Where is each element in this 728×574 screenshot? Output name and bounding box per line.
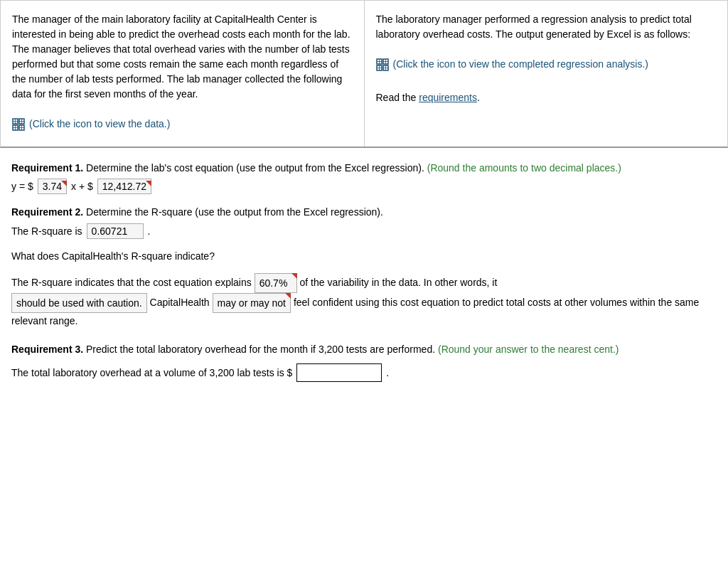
requirement-2-block: Requirement 2. Determine the R-square (u… bbox=[11, 206, 717, 329]
req3-title: Requirement 3. bbox=[11, 344, 83, 355]
req3-text: Predict the total laboratory overhead fo… bbox=[83, 344, 435, 355]
rsquare-exp-mid: of the variability in the data. In other… bbox=[297, 276, 498, 287]
rsquare-exp-post1: CapitalHealth bbox=[147, 297, 213, 308]
maymay-value[interactable]: may or may not bbox=[213, 293, 291, 313]
req3-round-note: (Round your answer to the nearest cent.) bbox=[438, 344, 619, 355]
req1-heading: Requirement 1. Determine the lab's cost … bbox=[11, 162, 717, 174]
intro-right-paragraph: The laboratory manager performed a regre… bbox=[376, 12, 717, 42]
rsquare-period: . bbox=[148, 225, 151, 237]
read-requirements-prefix: Read the bbox=[376, 92, 419, 103]
req2-title: Requirement 2. bbox=[11, 206, 83, 218]
intro-left-panel: The manager of the main laboratory facil… bbox=[1, 1, 365, 147]
percent-wrapper: 60.7% bbox=[255, 273, 297, 293]
caution-value[interactable]: should be used with caution. bbox=[11, 293, 147, 313]
req1-text: Determine the lab's cost equation (use t… bbox=[83, 162, 424, 174]
req3-heading: Requirement 3. Predict the total laborat… bbox=[11, 344, 717, 355]
view-data-text: (Click the icon to view the data.) bbox=[29, 117, 170, 132]
req2-heading: Requirement 2. Determine the R-square (u… bbox=[11, 206, 717, 218]
regression-icon-row: (Click the icon to view the completed re… bbox=[376, 57, 717, 75]
grid-icon-right bbox=[376, 58, 389, 71]
answer-row: The total laboratory overhead at a volum… bbox=[11, 363, 717, 382]
req2-text: Determine the R-square (use the output f… bbox=[83, 206, 383, 218]
intro-right-panel: The laboratory manager performed a regre… bbox=[365, 1, 728, 147]
rsquare-explanation: The R-square indicates that the cost equ… bbox=[11, 273, 717, 329]
flag1-icon bbox=[61, 181, 67, 186]
view-regression-link[interactable]: (Click the icon to view the completed re… bbox=[376, 57, 649, 72]
equation-prefix: y = $ bbox=[11, 181, 33, 192]
rsquare-question: What does CapitalHealth's R-square indic… bbox=[11, 250, 717, 262]
flag2-icon bbox=[146, 181, 151, 186]
grid-icon-left bbox=[12, 118, 25, 131]
rsquare-exp-pre: The R-square indicates that the cost equ… bbox=[11, 276, 255, 287]
req1-round-note: (Round the amounts to two decimal places… bbox=[424, 162, 621, 174]
read-requirements-row: Read the requirements. bbox=[376, 90, 717, 105]
between-text: x + $ bbox=[71, 181, 93, 192]
req1-title: Requirement 1. bbox=[11, 162, 83, 174]
rsquare-row: The R-square is 0.60721 . bbox=[11, 223, 717, 239]
rsquare-label: The R-square is bbox=[11, 225, 82, 237]
value2-box[interactable]: 12,412.72 bbox=[97, 179, 151, 194]
value1-wrapper: 3.74 bbox=[38, 181, 67, 192]
intro-left-paragraph: The manager of the main laboratory facil… bbox=[12, 12, 353, 102]
percent-value[interactable]: 60.7% bbox=[255, 273, 297, 293]
answer-label: The total laboratory overhead at a volum… bbox=[11, 367, 292, 378]
caution-wrapper: should be used with caution. bbox=[11, 293, 147, 313]
value2-wrapper: 12,412.72 bbox=[97, 181, 151, 192]
requirement-1-block: Requirement 1. Determine the lab's cost … bbox=[11, 162, 717, 192]
requirements-link[interactable]: requirements bbox=[419, 92, 477, 103]
maymay-wrapper: may or may not bbox=[213, 293, 291, 313]
answer-input[interactable] bbox=[296, 363, 382, 382]
rsquare-value[interactable]: 0.60721 bbox=[87, 223, 144, 239]
requirement-3-block: Requirement 3. Predict the total laborat… bbox=[11, 344, 717, 382]
view-regression-text: (Click the icon to view the completed re… bbox=[393, 57, 649, 72]
view-data-link[interactable]: (Click the icon to view the data.) bbox=[12, 117, 170, 132]
main-content: Requirement 1. Determine the lab's cost … bbox=[0, 148, 728, 410]
equation-row: y = $ 3.74 x + $ 12,412.72 bbox=[11, 181, 717, 192]
flag3-icon bbox=[291, 273, 297, 279]
answer-period: . bbox=[386, 367, 389, 378]
flag4-icon bbox=[285, 293, 291, 299]
